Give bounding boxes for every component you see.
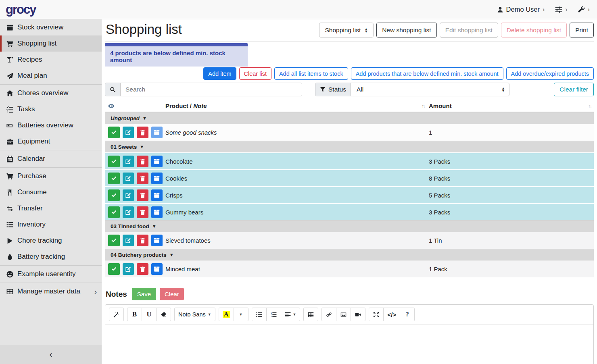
app-logo[interactable]: grocy	[6, 2, 35, 17]
column-visibility-eye-icon[interactable]	[108, 103, 115, 109]
edit-item-button[interactable]	[123, 235, 134, 246]
clear-list-button[interactable]: Clear list	[239, 67, 271, 80]
smiley-icon	[5, 271, 15, 278]
mark-done-button[interactable]	[108, 206, 120, 218]
edit-item-button[interactable]	[123, 263, 134, 275]
delete-item-button[interactable]	[137, 156, 148, 167]
edit-item-button[interactable]	[123, 206, 134, 218]
unordered-list-button[interactable]	[252, 308, 267, 321]
mark-done-button[interactable]	[108, 173, 120, 184]
notes-editing-area[interactable]	[105, 324, 593, 364]
mark-done-button[interactable]	[108, 235, 120, 246]
mark-done-button[interactable]	[108, 263, 120, 275]
sidebar-item-shopping-list[interactable]: Shopping list	[0, 35, 102, 52]
column-amount[interactable]: Amount	[429, 102, 452, 109]
add-all-list-items-to-stock-button[interactable]: Add all list items to stock	[274, 67, 348, 80]
sidebar-item-example-userentity[interactable]: Example userentity	[0, 266, 102, 282]
min-stock-alert[interactable]: 4 products are below defined min. stock …	[105, 43, 248, 67]
sidebar-collapse-button[interactable]: ‹	[0, 345, 102, 364]
delete-item-button[interactable]	[137, 235, 148, 246]
add-overdue-expired-products-button[interactable]: Add overdue/expired products	[506, 67, 594, 80]
sidebar-item-tasks[interactable]: Tasks	[0, 101, 102, 117]
eraser-button[interactable]	[156, 308, 171, 321]
sidebar-item-stock-overview[interactable]: Stock overview	[0, 19, 102, 35]
font-family-button[interactable]: Noto Sans▼	[174, 308, 215, 321]
picture-button[interactable]	[336, 308, 351, 321]
add-to-stock-button[interactable]	[151, 156, 163, 167]
edit-item-button[interactable]	[123, 127, 134, 138]
add-to-stock-button[interactable]	[151, 173, 163, 184]
edit-shopping-list-button[interactable]: Edit shopping list	[440, 23, 498, 37]
sidebar-item-purchase[interactable]: Purchase	[0, 168, 102, 184]
edit-item-button[interactable]	[123, 156, 134, 167]
print-button[interactable]: Print	[570, 23, 594, 37]
codeview-button[interactable]: </>	[383, 308, 400, 321]
sort-icon[interactable]: ↑↓	[422, 104, 426, 108]
sidebar-item-consume[interactable]: Consume	[0, 184, 102, 200]
shopping-list-row: Sieved tomatoes1 Tin	[105, 232, 594, 249]
style-button[interactable]	[109, 308, 124, 321]
sort-icon[interactable]: ↑↓	[589, 104, 593, 108]
add-item-button[interactable]: Add item	[203, 67, 236, 80]
delete-shopping-list-button[interactable]: Delete shopping list	[501, 23, 567, 37]
mark-done-button[interactable]	[108, 127, 120, 138]
search-input[interactable]	[121, 83, 302, 96]
sidebar-item-batteries-overview[interactable]: Batteries overview	[0, 117, 102, 133]
product-group-row[interactable]: 01 Sweets▼	[105, 141, 594, 152]
font-color-button[interactable]: A	[219, 308, 234, 321]
add-products-that-are-below-defined-min-stock-amount-button[interactable]: Add products that are below defined min.…	[351, 67, 503, 80]
underline-button[interactable]: U	[142, 308, 157, 321]
edit-item-button[interactable]	[123, 189, 134, 201]
product-group-row[interactable]: 04 Butchery products▼	[105, 249, 594, 260]
admin-menu[interactable]: ›	[578, 6, 590, 13]
link-button[interactable]	[321, 308, 336, 321]
paragraph-button[interactable]: ▼	[281, 308, 301, 321]
mark-done-button[interactable]	[108, 189, 120, 201]
sidebar-item-meal-plan[interactable]: Meal plan	[0, 68, 102, 84]
sidebar-item-calendar[interactable]: Calendar	[0, 151, 102, 167]
add-to-stock-button[interactable]	[151, 127, 163, 138]
delete-item-button[interactable]	[137, 206, 148, 218]
save-notes-button[interactable]: Save	[132, 288, 156, 300]
add-to-stock-button[interactable]	[151, 263, 163, 275]
sidebar-item-equipment[interactable]: Equipment	[0, 133, 102, 150]
sidebar-item-chores-overview[interactable]: Chores overview	[0, 85, 102, 101]
sidebar-item-battery-tracking[interactable]: Battery tracking	[0, 249, 102, 265]
delete-item-button[interactable]	[137, 127, 148, 138]
bold-button[interactable]: B	[127, 308, 142, 321]
sidebar-item-chore-tracking[interactable]: Chore tracking	[0, 233, 102, 249]
caret-down-icon: ▼	[208, 312, 211, 316]
delete-item-button[interactable]	[137, 173, 148, 184]
product-group-row[interactable]: 03 Tinned food▼	[105, 220, 594, 232]
sidebar-item-manage-master-data[interactable]: Manage master data›	[0, 283, 102, 300]
video-icon	[355, 312, 361, 318]
row-actions	[105, 235, 165, 246]
new-shopping-list-button[interactable]: New shopping list	[376, 23, 436, 37]
user-menu[interactable]: Demo User ›	[497, 6, 545, 13]
sidebar-item-transfer[interactable]: Transfer	[0, 200, 102, 216]
mark-done-button[interactable]	[108, 156, 120, 167]
add-to-stock-button[interactable]	[151, 235, 163, 246]
list-check-icon	[5, 106, 15, 113]
font-color-caret-button[interactable]: ▼	[234, 308, 248, 321]
clear-filter-button[interactable]: Clear filter	[554, 83, 594, 96]
clear-notes-button[interactable]: Clear	[160, 288, 184, 300]
ordered-list-button[interactable]: 123	[266, 308, 281, 321]
sidebar-item-inventory[interactable]: Inventory	[0, 216, 102, 233]
list-icon	[5, 221, 15, 228]
edit-item-button[interactable]	[123, 173, 134, 184]
video-button[interactable]	[351, 308, 365, 321]
column-product-note[interactable]: Product / Note	[165, 102, 207, 109]
delete-item-button[interactable]	[137, 263, 148, 275]
add-to-stock-button[interactable]	[151, 189, 163, 201]
delete-item-button[interactable]	[137, 189, 148, 201]
settings-menu[interactable]: ›	[555, 6, 567, 13]
fullscreen-button[interactable]	[369, 308, 384, 321]
product-group-row[interactable]: Ungrouped▼	[105, 112, 594, 124]
shopping-list-selector[interactable]: Shopping list ▲▼	[319, 23, 374, 37]
status-select[interactable]: All ▲▼	[351, 83, 509, 96]
add-to-stock-button[interactable]	[151, 206, 163, 218]
sidebar-item-recipes[interactable]: Recipes	[0, 52, 102, 68]
help-button[interactable]: ?	[400, 308, 415, 321]
table-button[interactable]	[303, 308, 318, 321]
